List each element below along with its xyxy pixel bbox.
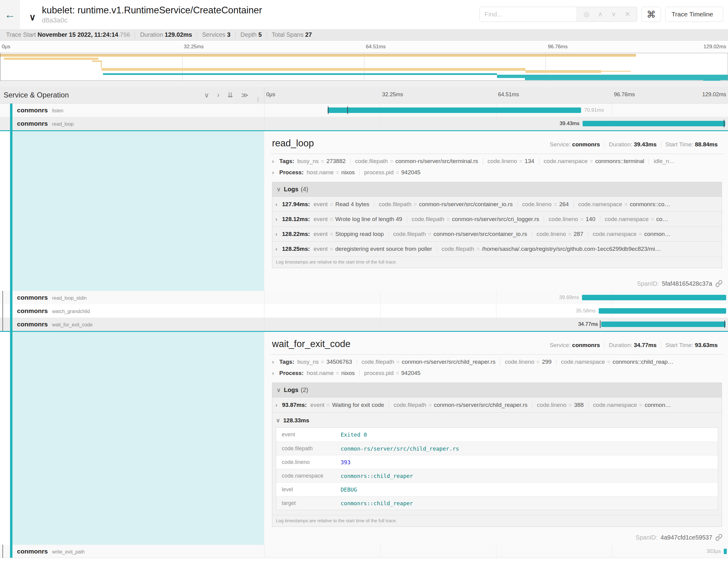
span-timeline-cell[interactable]: 70.91ms [264, 104, 728, 117]
process-row[interactable]: › Process: host.name=nixosprocess.pid=94… [270, 366, 724, 377]
link-icon[interactable] [715, 280, 723, 287]
process-label[interactable]: Process: [279, 169, 304, 176]
chevron-right-icon[interactable]: › [272, 169, 276, 176]
chevron-down-icon[interactable]: ∨ [611, 10, 616, 18]
search-input[interactable] [480, 7, 577, 22]
span-duration-bar[interactable]: 39.43ms [583, 121, 725, 126]
span-row-wait-for-exit-code[interactable]: conmonrs wait_for_exit_code 34.77ms [0, 318, 728, 331]
span-duration-bar[interactable]: 39.69ms [582, 295, 726, 300]
kv-equals: = [396, 370, 399, 376]
kv-equals: = [476, 246, 480, 252]
log-field-row: levelDEBUG [276, 482, 718, 496]
logs-header[interactable]: ∨ Logs (4) [272, 182, 722, 197]
kv-value: 273882 [326, 158, 345, 165]
span-row-write-exit-path[interactable]: conmonrs write_exit_path 303μs [0, 545, 728, 558]
operation-name: watch_grandchild [52, 308, 90, 314]
spanid-row: SpanID: 5faf48165428c37a [637, 280, 723, 287]
kv-value: Waiting for exit code [332, 402, 384, 408]
log-fields: event=Stopping read loopcode.filepath=co… [314, 231, 671, 237]
kv-divider [374, 201, 374, 207]
expand-all-icon[interactable]: ≫ [241, 91, 248, 99]
span-timeline-cell[interactable]: 39.69ms [264, 291, 728, 304]
column-resize-handle[interactable]: ∥ [257, 96, 260, 102]
logs-header[interactable]: ∨ Logs (2) [272, 383, 722, 397]
kv-divider [544, 216, 544, 223]
kv-key: process.pid [364, 370, 393, 376]
chevron-right-icon[interactable]: › [275, 201, 280, 208]
process-label[interactable]: Process: [279, 370, 304, 376]
keyboard-shortcuts-button[interactable]: ⌘ [641, 7, 661, 22]
target-icon[interactable]: ◎ [583, 10, 589, 18]
span-timeline-cell[interactable]: 39.43ms [264, 117, 728, 130]
span-name-cell[interactable]: conmonrs watch_grandchild [0, 304, 264, 318]
kv-equals: = [330, 231, 333, 237]
chevron-right-icon[interactable]: › [275, 246, 280, 252]
expand-one-icon[interactable]: › [217, 91, 219, 99]
span-name-cell[interactable]: conmonrs write_exit_path [0, 545, 264, 558]
kv-equals: = [554, 201, 557, 208]
chevron-right-icon[interactable]: › [275, 231, 280, 237]
kv-value: conmon-rs/server/src/child_reaper.rs [402, 359, 495, 365]
kv-key: code.filepath [379, 201, 411, 208]
tags-label[interactable]: Tags: [279, 359, 294, 365]
operation-name: wait_for_exit_code [52, 321, 93, 328]
detail-content: wait_for_exit_code Service: conmonrs Dur… [267, 332, 728, 545]
operation-name: listen [52, 107, 63, 114]
log-row[interactable]: › 128.12ms: event=Wrote log line of leng… [272, 212, 722, 227]
detail-left-highlight [12, 332, 264, 545]
trace-collapse-caret-icon[interactable]: ∨ [29, 13, 36, 22]
chevron-right-icon[interactable]: › [275, 402, 280, 408]
back-button[interactable]: ← [0, 0, 20, 29]
chevron-right-icon[interactable]: › [272, 359, 276, 365]
process-row[interactable]: › Process: host.name=nixosprocess.pid=94… [270, 165, 724, 176]
kv-equals: = [580, 216, 583, 223]
link-icon[interactable] [715, 534, 723, 541]
chevron-up-icon[interactable]: ∧ [598, 10, 603, 18]
collapse-all-icon[interactable]: ⇊ [227, 91, 233, 99]
log-row[interactable]: › 128.25ms: event=deregistering event so… [272, 241, 722, 256]
timeline-tick-label: 129.02ms [702, 91, 726, 98]
kv-equals: = [639, 231, 642, 237]
span-name-cell[interactable]: conmonrs listen [0, 104, 264, 117]
span-row-listen[interactable]: conmonrs listen 70.91ms [0, 104, 728, 117]
log-row[interactable]: › 128.22ms: event=Stopping read loopcode… [272, 227, 722, 241]
span-name-cell[interactable]: conmonrs read_loop_stdin [0, 291, 264, 304]
span-name-cell[interactable]: conmonrs wait_for_exit_code [0, 318, 264, 331]
log-row[interactable]: › 93.87ms: event=Waiting for exit codeco… [272, 397, 722, 412]
span-timeline-cell[interactable]: 35.58ms [264, 304, 728, 318]
view-selector-button[interactable]: Trace Timeline [665, 7, 723, 22]
minimap-span-bar [103, 73, 497, 75]
kv-divider [588, 402, 589, 408]
trace-minimap[interactable] [0, 53, 728, 81]
span-timeline-cell[interactable]: 303μs [264, 545, 728, 558]
expanded-log-header[interactable]: ∨ 128.33ms [276, 414, 718, 427]
span-timeline-cell[interactable]: 34.77ms [264, 318, 728, 331]
span-row-watch-grandchild[interactable]: conmonrs watch_grandchild 35.58ms [0, 304, 728, 318]
chevron-right-icon[interactable]: › [272, 370, 276, 376]
tags-label[interactable]: Tags: [279, 158, 294, 165]
span-duration-bar[interactable]: 34.77ms [601, 322, 726, 327]
logs-box: ∨ Logs (4) › 127.94ms: event=Read 4 byte… [272, 182, 722, 268]
chevron-right-icon[interactable]: › [272, 158, 276, 165]
chevron-right-icon[interactable]: › [275, 216, 280, 223]
find-box: ◎ ∧ ∨ ✕ [479, 7, 637, 22]
tags-row[interactable]: › Tags: busy_ns=34506763code.filepath=co… [270, 355, 724, 366]
span-duration-bar[interactable]: 35.58ms [599, 308, 726, 314]
log-row[interactable]: › 127.94ms: event=Read 4 bytescode.filep… [272, 197, 722, 212]
kv-equals: = [607, 359, 611, 365]
chevron-down-icon: ∨ [277, 186, 281, 193]
detail-meta: Service: conmonrs Duration: 34.77ms Star… [546, 342, 722, 349]
timeline-tick-label: 96.76ms [612, 91, 635, 98]
tags-row[interactable]: › Tags: busy_ns=273882code.filepath=conm… [270, 154, 724, 165]
logs-footnote: Log timestamps are relative to the start… [272, 515, 722, 526]
log-field-row: targetconmonrs::child_reaper [276, 496, 718, 510]
span-row-read-loop-stdin[interactable]: conmonrs read_loop_stdin 39.69ms [0, 291, 728, 304]
kv-key: code.filepath [441, 246, 474, 252]
span-duration-bar[interactable]: 70.91ms [328, 107, 581, 113]
close-icon[interactable]: ✕ [625, 10, 630, 18]
span-name-cell[interactable]: conmonrs read_loop [0, 117, 264, 130]
collapse-one-icon[interactable]: ∨ [204, 91, 209, 99]
timeline-tick-label: 64.51ms [364, 44, 386, 50]
span-row-read-loop[interactable]: conmonrs read_loop 39.43ms [0, 117, 728, 130]
span-duration-bar[interactable]: 303μs [724, 549, 727, 554]
